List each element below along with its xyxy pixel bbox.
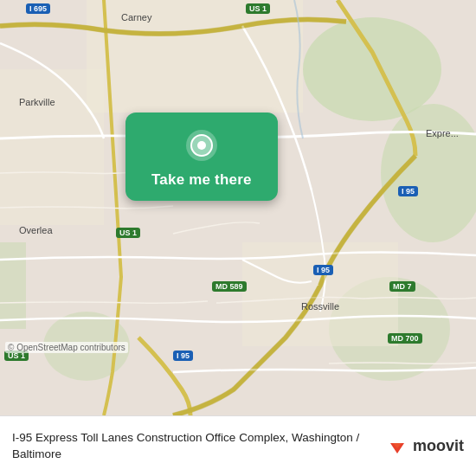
moovit-brand-text: moovit [413, 437, 464, 455]
shield-md7: MD 7 [389, 281, 415, 292]
shield-i95-low: I 95 [173, 351, 193, 361]
shield-us1-top: US 1 [246, 3, 270, 14]
shield-md589: MD 589 [212, 281, 247, 292]
svg-point-1 [303, 17, 441, 121]
location-name: I-95 Express Toll Lanes Construction Off… [12, 430, 376, 463]
shield-us1-left: US 1 [116, 228, 140, 238]
svg-point-11 [197, 141, 206, 150]
svg-rect-4 [0, 242, 26, 329]
shield-i95-mid: I 95 [313, 265, 333, 275]
moovit-brand-icon [385, 434, 409, 459]
map-svg [0, 0, 476, 415]
shield-md700: MD 700 [388, 333, 422, 344]
green-card[interactable]: Take me there [125, 113, 278, 201]
svg-rect-6 [87, 0, 303, 113]
location-pin-icon [184, 128, 219, 163]
take-me-there-button[interactable]: Take me there [151, 171, 252, 189]
moovit-logo: moovit [385, 434, 464, 459]
info-panel: I-95 Express Toll Lanes Construction Off… [0, 415, 476, 476]
location-info: I-95 Express Toll Lanes Construction Off… [12, 430, 376, 463]
shield-i95-right: I 95 [398, 186, 418, 196]
shield-i695: I 695 [26, 3, 50, 14]
map-copyright: © OpenStreetMap contributors [5, 342, 128, 353]
map-container: Carney Parkville Overlea Rossville Expre… [0, 0, 476, 415]
take-me-there-container[interactable]: Take me there [125, 113, 278, 201]
svg-rect-7 [0, 69, 104, 225]
